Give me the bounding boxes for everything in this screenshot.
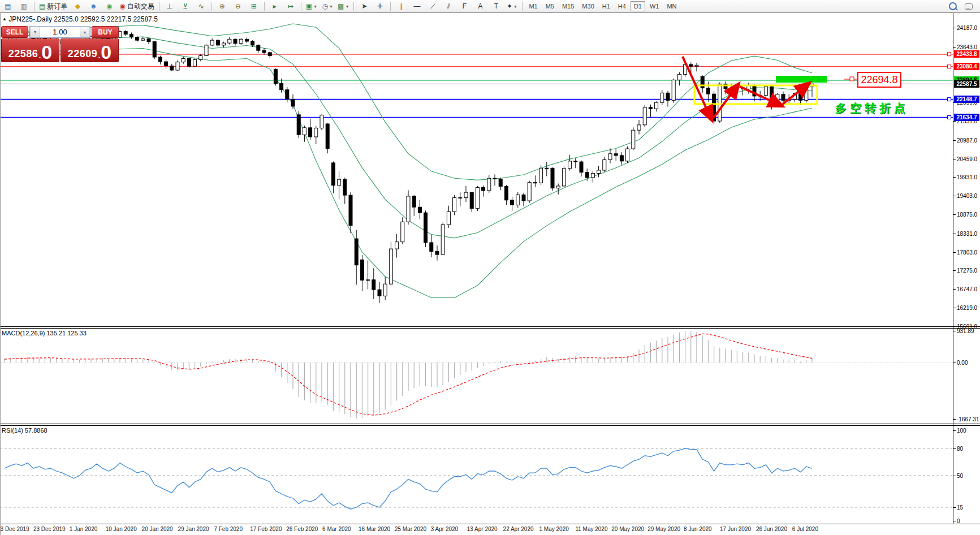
rsi-line [5, 448, 812, 509]
tile-windows-icon[interactable]: ⊞ [247, 1, 261, 12]
arrows-icon-dropdown[interactable]: ▼ [513, 5, 517, 8]
signals-icon[interactable]: ◉ [102, 1, 116, 12]
date-label[interactable]: 17 Feb 2020 [250, 526, 282, 532]
price-badge-21634.7: 21634.7 [954, 114, 979, 121]
new-order-button[interactable]: ▤新订单 [37, 1, 69, 12]
date-label[interactable]: 6 Mar 2020 [322, 526, 351, 532]
tile-windows-icon: ⊞ [251, 3, 257, 10]
macd-panel [0, 331, 953, 418]
timeframe-D1[interactable]: D1 [631, 1, 645, 11]
toolbar-separator [159, 2, 159, 11]
indicators-icon-dropdown[interactable]: ▼ [345, 5, 349, 8]
timeframe-M15[interactable]: M15 [559, 1, 577, 11]
market-icon[interactable]: ◆ [70, 1, 85, 12]
date-label[interactable]: 16 Mar 2020 [359, 526, 390, 532]
new-chart-icon[interactable]: ▤ [1, 1, 15, 12]
auto-scroll-icon[interactable]: ▸ [267, 1, 282, 12]
crosshair-icon[interactable]: ✛ [373, 1, 387, 12]
timeframe-W1[interactable]: W1 [646, 1, 663, 11]
candlestick-series [3, 30, 814, 303]
chart-canvas[interactable] [0, 0, 980, 535]
autotrading-button[interactable]: ◉自动交易 [118, 1, 156, 12]
indicators-icon[interactable]: ▩▼ [336, 1, 351, 12]
date-label[interactable]: 23 Dec 2019 [33, 526, 66, 532]
bid-price-panel[interactable]: 22586.0 [1, 38, 59, 62]
horizontal-line-icon[interactable]: — [409, 1, 424, 12]
bar-chart-icon: ⊥ [167, 3, 172, 10]
date-label[interactable]: 1 May 2020 [539, 526, 569, 532]
price-tick: 19931.0 [957, 174, 979, 180]
timeframe-M30[interactable]: M30 [578, 1, 597, 11]
zoom-in-icon[interactable]: ⊕ [215, 1, 230, 12]
date-label[interactable]: 26 Feb 2020 [286, 526, 318, 532]
profiles-icon[interactable]: ▥ [16, 1, 31, 12]
date-label[interactable]: 25 Mar 2020 [395, 526, 426, 532]
period-icon: ◷ [322, 3, 327, 10]
bollinger-lower [5, 48, 812, 297]
date-label[interactable]: 11 May 2020 [575, 526, 607, 532]
price-tick: 24187.0 [957, 25, 979, 31]
sell-button[interactable]: SELL [1, 26, 28, 38]
date-label[interactable]: 1 Jan 2020 [70, 526, 98, 532]
date-label[interactable]: 10 Jan 2020 [106, 526, 137, 532]
date-label[interactable]: 20 May 2020 [611, 526, 644, 532]
community-icon[interactable]: ☻ [86, 1, 101, 12]
timeframe-MN[interactable]: MN [663, 1, 680, 11]
price-tick: 18331.0 [957, 231, 979, 237]
volume-up-button[interactable]: ▲ [80, 27, 90, 37]
price-tick: 19403.0 [957, 193, 979, 199]
horizontal-line-icon: — [413, 3, 420, 10]
arrows-icon[interactable]: ✦▼ [504, 1, 519, 12]
chat-icon[interactable] [961, 1, 976, 12]
trendline-icon[interactable]: ⟋ [425, 1, 440, 12]
line-anchor [948, 65, 951, 68]
price-callout-label[interactable]: 22694.8 [857, 72, 901, 88]
callout-anchor [850, 77, 854, 81]
volume-stepper[interactable]: ▼ 1.00 ▲ [29, 26, 90, 38]
chart-title-text: JPN225-,Daily 22525.0 22592.5 22217.5 22… [8, 15, 158, 23]
timeframe-H4[interactable]: H4 [615, 1, 629, 11]
date-label[interactable]: 6 Jul 2020 [792, 526, 818, 532]
search-icon[interactable] [946, 1, 960, 12]
volume-down-button[interactable]: ▼ [30, 27, 40, 37]
date-label[interactable]: 8 Jun 2020 [684, 526, 712, 532]
date-label[interactable]: 13 Dec 2019 [0, 526, 29, 532]
channel-icon: ⫽ [447, 3, 450, 10]
ask-price-panel[interactable]: 22609.0 [61, 38, 119, 62]
zoom-out-icon[interactable]: ⊖ [231, 1, 245, 12]
annotation-note-text[interactable]: 多空转折点 [835, 101, 909, 116]
line-anchor [948, 116, 951, 119]
text-icon[interactable]: A [473, 1, 487, 12]
line-chart-icon[interactable]: ∿ [194, 1, 209, 12]
cursor-icon[interactable]: ➤ [357, 1, 372, 12]
date-label[interactable]: 26 Jun 2020 [756, 526, 787, 532]
timeframe-H1[interactable]: H1 [599, 1, 614, 11]
new-chart-icon: ▤ [5, 3, 11, 10]
period-icon-dropdown[interactable]: ▼ [329, 5, 333, 8]
date-label[interactable]: 29 May 2020 [647, 526, 680, 532]
timeframe-M1[interactable]: M1 [525, 1, 541, 11]
toolbar: ▤▥▤新订单◆☻◉◉自动交易⊥⊻∿⊕⊖⊞▸↦▣▼◷▼▩▼➤✛|—⟋⫽FAT✦▼ … [0, 0, 980, 13]
chart-shift-icon[interactable]: ↦ [283, 1, 298, 12]
date-label[interactable]: 13 Apr 2020 [467, 526, 498, 532]
date-label[interactable]: 3 Apr 2020 [431, 526, 458, 532]
rsi-tick: 80 [957, 446, 979, 452]
bar-chart-icon[interactable]: ⊥ [162, 1, 177, 12]
fibonacci-icon[interactable]: F [457, 1, 472, 12]
vertical-line-icon[interactable]: | [394, 1, 408, 12]
timeframe-M5[interactable]: M5 [542, 1, 558, 11]
templates-icon-dropdown[interactable]: ▼ [313, 5, 317, 8]
date-label[interactable]: 7 Feb 2020 [214, 526, 243, 532]
date-label[interactable]: 22 Apr 2020 [503, 526, 534, 532]
text-label-icon[interactable]: T [489, 1, 503, 12]
channel-icon[interactable]: ⫽ [441, 1, 456, 12]
volume-value[interactable]: 1.00 [40, 27, 80, 37]
period-icon[interactable]: ◷▼ [320, 1, 335, 12]
templates-icon[interactable]: ▣▼ [304, 1, 319, 12]
toolbar-icons: ▤▥▤新订单◆☻◉◉自动交易⊥⊻∿⊕⊖⊞▸↦▣▼◷▼▩▼➤✛|—⟋⫽FAT✦▼ [0, 1, 525, 12]
candlestick-icon[interactable]: ⊻ [178, 1, 193, 12]
buy-button[interactable]: BUY [92, 26, 119, 38]
date-label[interactable]: 17 Jun 2020 [720, 526, 751, 532]
date-label[interactable]: 29 Jan 2020 [178, 526, 209, 532]
date-label[interactable]: 20 Jan 2020 [142, 526, 173, 532]
